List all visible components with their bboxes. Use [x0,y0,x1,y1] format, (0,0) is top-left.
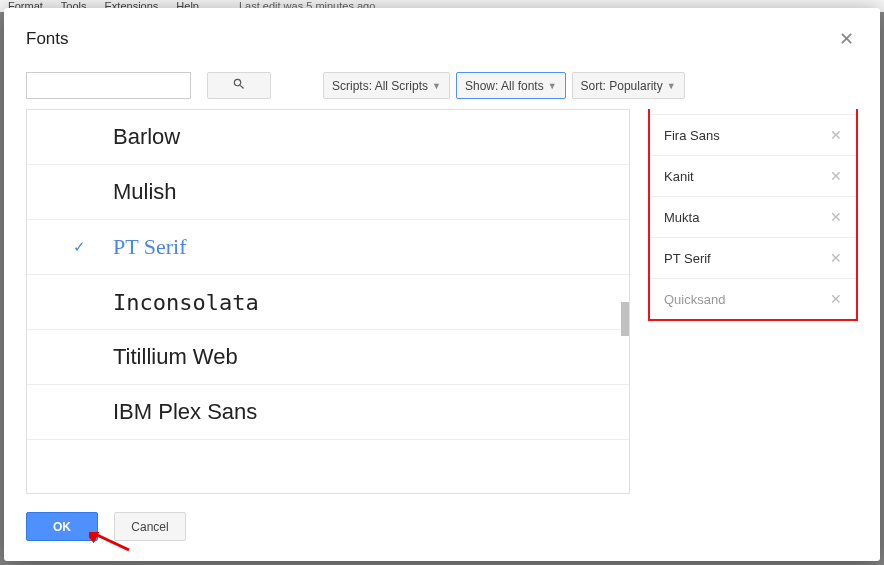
font-list[interactable]: ✓ Quicksand Barlow Mulish ✓ PT Serif Inc… [26,109,630,494]
font-row-barlow[interactable]: Barlow [27,110,629,165]
remove-icon[interactable]: ✕ [830,168,842,184]
sort-filter[interactable]: Sort: Popularity ▼ [572,72,685,99]
remove-icon[interactable]: ✕ [830,209,842,225]
font-name: Mulish [113,179,177,205]
font-name: IBM Plex Sans [113,399,257,425]
remove-icon[interactable]: ✕ [830,291,842,307]
my-font-name: PT Serif [664,251,711,266]
my-font-name: Quicksand [664,292,725,307]
chevron-down-icon: ▼ [432,81,441,91]
font-name: PT Serif [113,234,187,260]
scripts-filter[interactable]: Scripts: All Scripts ▼ [323,72,450,99]
my-font-name: Fira Sans [664,128,720,143]
font-row-inconsolata[interactable]: Inconsolata [27,275,629,330]
filter-group: Scripts: All Scripts ▼ Show: All fonts ▼… [323,72,685,99]
font-row-titillium[interactable]: Titillium Web [27,330,629,385]
font-name: Titillium Web [113,344,238,370]
my-font-row[interactable]: Mukta ✕ [650,196,856,237]
remove-icon[interactable]: ✕ [830,127,842,143]
toolbar: Scripts: All Scripts ▼ Show: All fonts ▼… [4,66,880,109]
font-name: Barlow [113,124,180,150]
dialog-title: Fonts [26,29,69,49]
dialog-footer: OK Cancel [4,494,880,561]
my-font-row[interactable]: Quicksand ✕ [650,278,856,319]
cancel-button[interactable]: Cancel [114,512,186,541]
dialog-header: Fonts ✕ [4,8,880,66]
chevron-down-icon: ▼ [667,81,676,91]
search-input[interactable] [26,72,191,99]
my-fonts-panel: My fonts Fira Sans ✕ Kanit ✕ Mukta ✕ PT … [648,109,858,321]
show-filter[interactable]: Show: All fonts ▼ [456,72,566,99]
my-font-row[interactable]: Kanit ✕ [650,155,856,196]
check-icon: ✓ [73,238,86,256]
search-button[interactable] [207,72,271,99]
filter-label: Sort: Popularity [581,79,663,93]
font-row-ibmplex[interactable]: IBM Plex Sans [27,385,629,440]
scrollbar-thumb[interactable] [621,302,629,336]
fonts-dialog: Fonts ✕ Scripts: All Scripts ▼ Show: All… [4,8,880,561]
search-icon [232,77,246,95]
remove-icon[interactable]: ✕ [830,250,842,266]
chevron-down-icon: ▼ [548,81,557,91]
font-row-mulish[interactable]: Mulish [27,165,629,220]
my-font-row[interactable]: PT Serif ✕ [650,237,856,278]
font-row-ptserif[interactable]: ✓ PT Serif [27,220,629,275]
dialog-body: ✓ Quicksand Barlow Mulish ✓ PT Serif Inc… [4,109,880,494]
filter-label: Scripts: All Scripts [332,79,428,93]
close-icon[interactable]: ✕ [835,28,858,50]
font-name: Inconsolata [113,290,259,315]
my-font-name: Kanit [664,169,694,184]
my-font-name: Mukta [664,210,699,225]
my-font-row[interactable]: Fira Sans ✕ [650,114,856,155]
ok-button[interactable]: OK [26,512,98,541]
filter-label: Show: All fonts [465,79,544,93]
